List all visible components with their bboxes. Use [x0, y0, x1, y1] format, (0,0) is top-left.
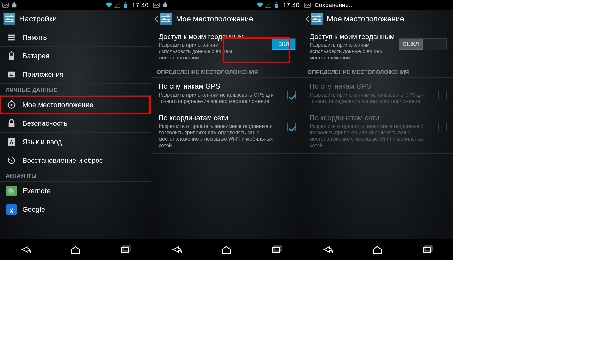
- nav-back[interactable]: [314, 242, 340, 257]
- nav-recent[interactable]: [264, 242, 289, 257]
- location-toggle[interactable]: ВКЛ: [248, 38, 296, 50]
- section-sources: ОПРЕДЕЛЕНИЕ МЕСТОПОЛОЖЕНИЯ: [302, 66, 453, 78]
- setting-subtitle: Разрешить отправлять анонимные геоданные…: [310, 123, 435, 149]
- signal-icon: [114, 2, 121, 9]
- nav-recent[interactable]: [415, 242, 440, 257]
- svg-rect-23: [123, 246, 130, 251]
- nav-home[interactable]: [365, 242, 390, 257]
- setting-network[interactable]: По координатам сети Разрешить отправлять…: [151, 109, 302, 154]
- gps-checkbox[interactable]: [287, 91, 296, 99]
- battery-icon: [273, 2, 280, 9]
- nav-home[interactable]: [63, 242, 88, 257]
- setting-gps: По спутникам GPS Разрешить приложениям и…: [302, 78, 453, 109]
- svg-rect-6: [8, 36, 15, 38]
- svg-rect-0: [3, 3, 8, 7]
- battery-icon: [122, 2, 129, 9]
- saving-text: Сохранение...: [315, 2, 354, 9]
- status-bar: 17:40: [0, 0, 151, 10]
- settings-icon: [311, 13, 323, 25]
- evernote-icon: 🐘: [6, 186, 17, 196]
- svg-rect-31: [304, 3, 310, 7]
- page-title: Настройки: [19, 14, 57, 23]
- page-title: Мое местоположение: [327, 14, 404, 23]
- battery-menu-icon: [6, 51, 17, 61]
- lock-icon: [6, 118, 17, 129]
- header[interactable]: Мое местоположение: [302, 10, 453, 28]
- svg-rect-4: [124, 3, 127, 4]
- back-caret-icon: [305, 14, 310, 23]
- shop-icon: [11, 2, 18, 9]
- wifi-icon: [106, 2, 113, 9]
- svg-rect-34: [425, 246, 432, 251]
- settings-icon: [3, 13, 15, 25]
- settings-item-evernote[interactable]: 🐘 Evernote: [0, 182, 151, 200]
- signal-icon: [265, 2, 272, 9]
- nav-recent[interactable]: [113, 242, 138, 257]
- svg-rect-22: [122, 247, 129, 252]
- phone-screen-location-off: Сохранение... Мое местоположение Доступ …: [302, 0, 453, 260]
- setting-subtitle: Разрешить приложениям использовать GPS д…: [159, 92, 284, 105]
- location-toggle[interactable]: ВЫКЛ: [399, 38, 447, 50]
- phone-screen-settings: 17:40 Настройки Память Батарея Приложени…: [0, 0, 151, 260]
- setting-title: По координатам сети: [310, 114, 435, 122]
- network-checkbox: [438, 123, 447, 131]
- gps-checkbox: [438, 91, 447, 99]
- svg-rect-18: [9, 123, 15, 127]
- settings-item-storage[interactable]: Память: [0, 28, 151, 47]
- svg-point-21: [11, 160, 12, 161]
- setting-title: По спутникам GPS: [310, 82, 435, 90]
- nav-back[interactable]: [163, 242, 189, 257]
- settings-item-language[interactable]: A Язык и ввод: [0, 133, 151, 151]
- header: Настройки: [0, 10, 151, 28]
- setting-title: По координатам сети: [159, 114, 284, 122]
- setting-gps[interactable]: По спутникам GPS Разрешить приложениям и…: [151, 78, 302, 109]
- svg-text:A: A: [10, 139, 14, 146]
- image-icon: [304, 2, 311, 9]
- setting-network: По координатам сети Разрешить отправлять…: [302, 109, 453, 154]
- svg-rect-24: [154, 3, 159, 7]
- setting-subtitle: Разрешить приложениям использовать данны…: [310, 42, 395, 61]
- header[interactable]: Мое местоположение: [151, 10, 302, 28]
- shop-icon: [162, 2, 169, 9]
- settings-item-apps[interactable]: Приложения: [0, 65, 151, 84]
- setting-subtitle: Разрешить приложениям использовать данны…: [159, 42, 244, 61]
- svg-rect-3: [125, 2, 126, 3]
- svg-rect-33: [423, 247, 430, 252]
- status-bar: Сохранение...: [302, 0, 453, 10]
- svg-point-13: [11, 104, 13, 106]
- section-personal: ЛИЧНЫЕ ДАННЫЕ: [0, 84, 151, 96]
- nav-bar: [0, 239, 151, 260]
- network-checkbox[interactable]: [287, 123, 296, 131]
- setting-location-access[interactable]: Доступ к моим геоданным Разрешить прилож…: [151, 28, 302, 66]
- status-clock: 17:40: [132, 2, 149, 9]
- status-bar: 17:40: [151, 0, 302, 10]
- location-icon: [6, 100, 17, 110]
- svg-rect-27: [276, 2, 277, 3]
- svg-rect-5: [8, 34, 15, 36]
- apps-icon: [6, 69, 17, 80]
- nav-bar: [302, 239, 453, 260]
- nav-bar: [151, 239, 302, 260]
- image-icon: [2, 2, 9, 9]
- settings-item-battery[interactable]: Батарея: [0, 47, 151, 65]
- nav-home[interactable]: [214, 242, 239, 257]
- svg-rect-29: [272, 247, 279, 252]
- settings-icon: [160, 13, 172, 25]
- svg-rect-10: [10, 53, 13, 55]
- section-accounts: АККАУНТЫ: [0, 170, 151, 182]
- settings-item-location[interactable]: Мое местоположение: [0, 96, 151, 114]
- setting-title: По спутникам GPS: [159, 82, 284, 90]
- setting-subtitle: Разрешить приложениям использовать GPS д…: [310, 92, 435, 105]
- svg-rect-9: [11, 51, 12, 53]
- nav-back[interactable]: [12, 242, 38, 257]
- settings-item-google[interactable]: g Google: [0, 200, 151, 219]
- setting-location-access[interactable]: Доступ к моим геоданным Разрешить прилож…: [302, 28, 453, 66]
- phone-screen-location-on: 17:40 Мое местоположение Доступ к моим г…: [151, 0, 302, 260]
- back-caret-icon: [154, 14, 159, 23]
- settings-item-security[interactable]: Безопасность: [0, 114, 151, 133]
- setting-subtitle: Разрешить отправлять анонимные геоданные…: [159, 123, 284, 149]
- google-icon: g: [6, 204, 17, 215]
- page-title: Мое местоположение: [176, 14, 253, 23]
- svg-rect-11: [8, 71, 15, 77]
- settings-item-backup[interactable]: Восстановление и сброс: [0, 151, 151, 170]
